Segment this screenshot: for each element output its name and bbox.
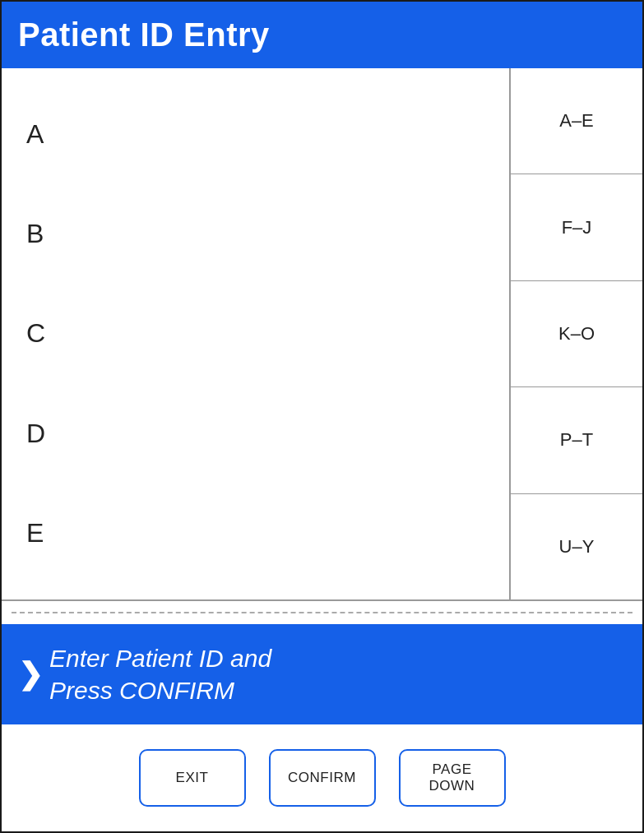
exit-button[interactable]: EXIT: [139, 749, 246, 807]
page-title: Patient ID Entry: [18, 16, 270, 53]
chevron-icon: ❯: [18, 657, 43, 692]
main-area: A B C D E A–E F–J K–O P–T U–Y: [2, 68, 642, 601]
header: Patient ID Entry: [2, 2, 642, 68]
page-down-button[interactable]: PAGEDOWN: [399, 749, 506, 807]
dashed-divider: [12, 612, 632, 613]
divider-area: [2, 601, 642, 624]
letter-e: E: [26, 518, 509, 548]
range-button-uy[interactable]: U–Y: [511, 494, 642, 599]
letter-d: D: [26, 419, 509, 449]
letter-b: B: [26, 219, 509, 249]
footer-buttons: EXIT CONFIRM PAGEDOWN: [2, 724, 642, 831]
letter-c: C: [26, 318, 509, 349]
range-button-fj[interactable]: F–J: [511, 174, 642, 280]
range-button-pt[interactable]: P–T: [511, 387, 642, 493]
instruction-text: Enter Patient ID andPress CONFIRM: [49, 642, 271, 706]
range-column: A–E F–J K–O P–T U–Y: [511, 68, 642, 599]
range-button-ae[interactable]: A–E: [511, 68, 642, 174]
range-button-ko[interactable]: K–O: [511, 281, 642, 387]
instruction-bar: ❯ Enter Patient ID andPress CONFIRM: [2, 624, 642, 724]
letters-column: A B C D E: [2, 68, 511, 599]
page-wrapper: Patient ID Entry A B C D E A–E F–J K–O P…: [0, 0, 644, 833]
confirm-button[interactable]: CONFIRM: [269, 749, 376, 807]
letter-a: A: [26, 119, 509, 150]
